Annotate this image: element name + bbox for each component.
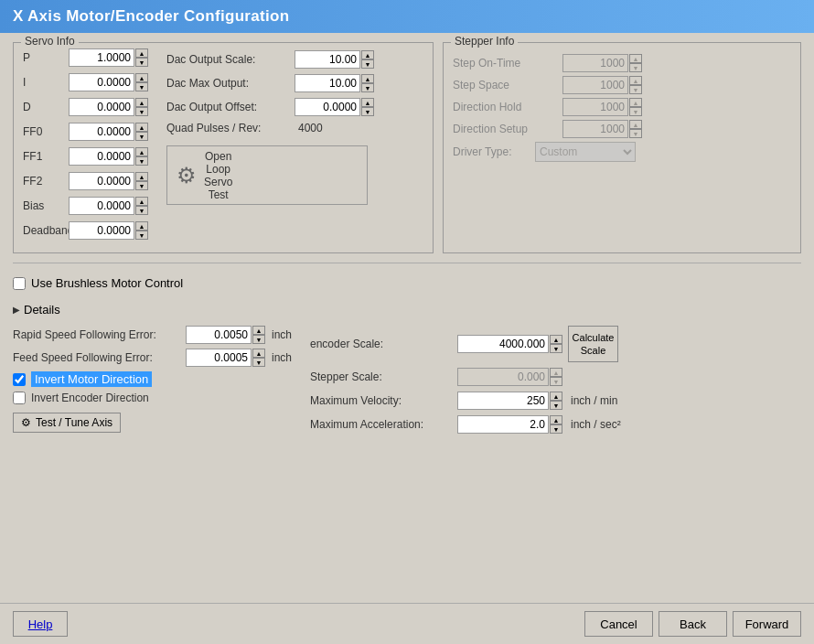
rapid-speed-spinput: ▲▼ bbox=[186, 326, 265, 344]
dac-max-output-input[interactable] bbox=[295, 74, 360, 92]
dac-max-output-up[interactable]: ▲ bbox=[361, 74, 374, 83]
encoder-scale-row: encoder Scale: ▲▼ Calculate Scale bbox=[310, 326, 621, 362]
invert-motor-checkbox[interactable] bbox=[13, 373, 26, 386]
servo-ff0-spinput: ▲▼ bbox=[69, 123, 148, 141]
test-tune-label: Test / Tune Axis bbox=[36, 416, 112, 429]
servo-d-input[interactable] bbox=[69, 98, 134, 116]
servo-ff1-down[interactable]: ▼ bbox=[135, 156, 148, 166]
servo-bias-input[interactable] bbox=[69, 197, 134, 215]
dac-output-scale-input[interactable] bbox=[295, 50, 360, 69]
servo-deadband-down[interactable]: ▼ bbox=[135, 231, 148, 240]
stepper-scale-spinput: ▲▼ bbox=[457, 368, 562, 386]
max-accel-down[interactable]: ▼ bbox=[550, 424, 562, 434]
feed-speed-input[interactable] bbox=[186, 349, 252, 367]
servo-i-up[interactable]: ▲ bbox=[135, 73, 148, 82]
servo-d-down[interactable]: ▼ bbox=[135, 107, 148, 116]
dac-output-scale-down[interactable]: ▼ bbox=[361, 59, 374, 69]
calculate-scale-button[interactable]: Calculate Scale bbox=[568, 326, 618, 362]
open-loop-text: Open Loop Servo Test bbox=[204, 150, 232, 201]
servo-deadband-input[interactable] bbox=[69, 221, 134, 240]
max-velocity-up[interactable]: ▲ bbox=[550, 392, 562, 401]
step-space-row: Step Space ▲▼ bbox=[453, 76, 791, 94]
direction-setup-spinput: ▲▼ bbox=[562, 120, 642, 138]
servo-field-p: P ▲ ▼ bbox=[23, 48, 148, 67]
stepper-fields: Step On-Time ▲▼ Step Space ▲▼ Direction … bbox=[453, 54, 791, 162]
max-velocity-label: Maximum Velocity: bbox=[310, 394, 452, 407]
brushless-checkbox[interactable] bbox=[13, 277, 26, 290]
feed-speed-up[interactable]: ▲ bbox=[252, 349, 265, 358]
details-row[interactable]: ▶ Details bbox=[13, 301, 801, 318]
max-velocity-unit: inch / min bbox=[571, 394, 617, 407]
invert-encoder-checkbox[interactable] bbox=[13, 392, 26, 404]
dac-max-output-row: Dac Max Output: ▲▼ bbox=[166, 74, 374, 92]
brushless-label: Use Brushless Motor Control bbox=[31, 276, 183, 290]
driver-type-row: Driver Type: Custom Standard Gecko bbox=[453, 142, 791, 162]
encoder-scale-input[interactable] bbox=[457, 335, 549, 353]
servo-i-input[interactable] bbox=[69, 73, 134, 91]
servo-p-input[interactable] bbox=[69, 48, 134, 67]
details-label: Details bbox=[24, 303, 60, 317]
feed-speed-down[interactable]: ▼ bbox=[252, 358, 265, 367]
servo-d-up[interactable]: ▲ bbox=[135, 98, 148, 107]
cancel-button[interactable]: Cancel bbox=[584, 611, 653, 637]
servo-grid: P ▲ ▼ I ▲▼ bbox=[23, 48, 423, 243]
step-space-down: ▼ bbox=[629, 85, 642, 94]
servo-ff2-down[interactable]: ▼ bbox=[135, 181, 148, 190]
footer-right-buttons: Cancel Back Forward bbox=[584, 611, 801, 637]
test-tune-button[interactable]: ⚙ Test / Tune Axis bbox=[13, 413, 121, 433]
direction-hold-input bbox=[562, 98, 628, 116]
dac-output-scale-up[interactable]: ▲ bbox=[361, 50, 374, 59]
dac-max-output-down[interactable]: ▼ bbox=[361, 83, 374, 92]
servo-ff0-input[interactable] bbox=[69, 123, 134, 141]
servo-left-fields: P ▲ ▼ I ▲▼ bbox=[23, 48, 148, 243]
servo-ff0-label: FF0 bbox=[23, 125, 69, 138]
left-middle: Rapid Speed Following Error: ▲▼ inch Fee… bbox=[13, 326, 292, 434]
servo-d-label: D bbox=[23, 101, 69, 113]
top-panels: Servo Info P ▲ ▼ bbox=[13, 42, 801, 253]
servo-ff2-up[interactable]: ▲ bbox=[135, 172, 148, 181]
encoder-scale-spinput: ▲▼ bbox=[457, 335, 562, 353]
servo-ff2-input[interactable] bbox=[69, 172, 134, 190]
servo-ff0-up[interactable]: ▲ bbox=[135, 123, 148, 132]
dac-output-offset-up[interactable]: ▲ bbox=[361, 98, 374, 107]
servo-p-up[interactable]: ▲ bbox=[135, 48, 148, 58]
servo-p-label: P bbox=[23, 51, 69, 64]
servo-ff0-down[interactable]: ▼ bbox=[135, 132, 148, 141]
back-button[interactable]: Back bbox=[659, 611, 727, 637]
details-triangle-icon: ▶ bbox=[13, 305, 20, 315]
servo-p-down[interactable]: ▼ bbox=[135, 58, 148, 67]
rapid-speed-down[interactable]: ▼ bbox=[252, 335, 265, 344]
encoder-scale-down[interactable]: ▼ bbox=[550, 344, 562, 353]
driver-type-select[interactable]: Custom Standard Gecko bbox=[535, 142, 636, 162]
max-accel-up[interactable]: ▲ bbox=[550, 415, 562, 424]
max-accel-input[interactable] bbox=[457, 415, 549, 434]
servo-bias-spinput: ▲▼ bbox=[69, 197, 148, 215]
step-on-time-input bbox=[562, 54, 628, 72]
servo-bias-up[interactable]: ▲ bbox=[135, 197, 148, 206]
max-velocity-input[interactable] bbox=[457, 392, 549, 410]
servo-right-fields: Dac Output Scale: ▲▼ Dac Max Output: ▲▼ bbox=[166, 50, 374, 243]
divider bbox=[13, 263, 801, 263]
help-button[interactable]: Help bbox=[13, 611, 68, 637]
servo-bias-down[interactable]: ▼ bbox=[135, 206, 148, 215]
servo-deadband-up[interactable]: ▲ bbox=[135, 221, 148, 231]
rapid-speed-up[interactable]: ▲ bbox=[252, 326, 265, 335]
brushless-row: Use Brushless Motor Control bbox=[13, 273, 801, 294]
servo-ff1-input[interactable] bbox=[69, 147, 134, 166]
servo-deadband-spinput: ▲▼ bbox=[69, 221, 148, 240]
feed-speed-label: Feed Speed Following Error: bbox=[13, 351, 182, 364]
servo-ff1-up[interactable]: ▲ bbox=[135, 147, 148, 156]
max-velocity-spinput: ▲▼ bbox=[457, 392, 562, 410]
dac-output-offset-down[interactable]: ▼ bbox=[361, 107, 374, 116]
direction-hold-up: ▲ bbox=[629, 98, 642, 107]
encoder-scale-up[interactable]: ▲ bbox=[550, 335, 562, 344]
dac-output-offset-input[interactable] bbox=[295, 98, 360, 116]
feed-speed-row: Feed Speed Following Error: ▲▼ inch bbox=[13, 349, 292, 367]
rapid-speed-input[interactable] bbox=[186, 326, 252, 344]
driver-type-select-wrapper: Custom Standard Gecko bbox=[535, 142, 636, 162]
forward-button[interactable]: Forward bbox=[733, 611, 801, 637]
servo-i-down[interactable]: ▼ bbox=[135, 82, 148, 91]
feed-speed-unit: inch bbox=[272, 351, 292, 364]
invert-motor-row: Invert Motor Direction bbox=[13, 371, 292, 387]
max-velocity-down[interactable]: ▼ bbox=[550, 401, 562, 410]
